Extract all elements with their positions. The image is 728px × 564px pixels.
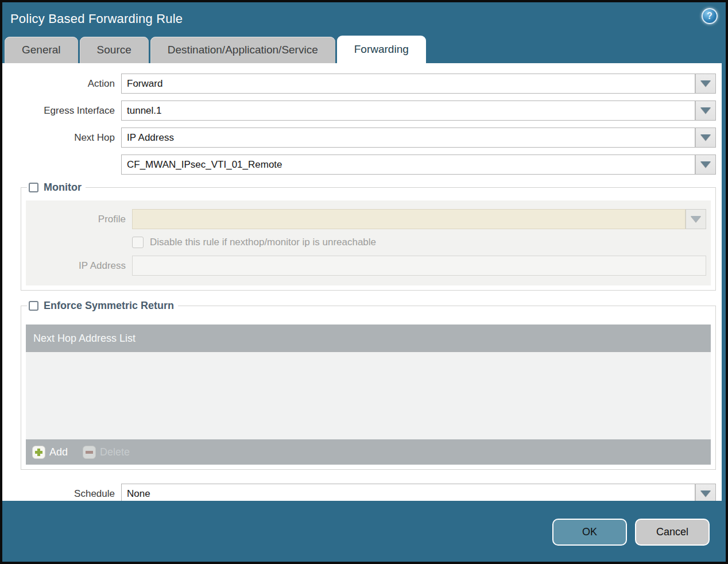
tab-forwarding[interactable]: Forwarding [337, 36, 426, 63]
symmetric-return-legend-label: Enforce Symmetric Return [44, 300, 174, 312]
table-body [26, 352, 711, 439]
delete-button-label: Delete [100, 446, 130, 458]
monitor-legend: Monitor [27, 181, 86, 194]
egress-interface-label: Egress Interface [21, 105, 121, 117]
schedule-value[interactable]: None [121, 484, 695, 501]
chevron-down-icon [691, 216, 701, 222]
chevron-down-icon [700, 134, 711, 141]
action-row: Action Forward [21, 74, 716, 94]
disable-rule-label: Disable this rule if nexthop/monitor ip … [150, 237, 376, 248]
schedule-dropdown-button[interactable] [695, 484, 716, 501]
next-hop-row: Next Hop IP Address [21, 128, 716, 148]
delete-button: Delete [83, 446, 130, 459]
cancel-button[interactable]: Cancel [635, 519, 710, 546]
schedule-row: Schedule None [21, 484, 716, 501]
action-combo: Forward [121, 74, 716, 94]
plus-icon [32, 446, 45, 459]
help-icon[interactable]: ? [702, 8, 718, 24]
next-hop-combo: IP Address [121, 128, 716, 148]
egress-interface-combo: tunnel.1 [121, 101, 716, 121]
chevron-down-icon [700, 80, 711, 87]
tab-label: Source [97, 44, 131, 56]
table-header: Next Hop Address List [26, 325, 711, 352]
egress-interface-dropdown-button[interactable] [695, 101, 716, 121]
dialog-title: Policy Based Forwarding Rule [10, 11, 183, 26]
tab-destination-application-service[interactable]: Destination/Application/Service [150, 37, 335, 63]
profile-row: Profile [26, 209, 706, 229]
action-dropdown-button[interactable] [695, 74, 716, 94]
chevron-down-icon [700, 161, 711, 168]
disable-rule-row: Disable this rule if nexthop/monitor ip … [26, 237, 706, 248]
symmetric-return-checkbox[interactable] [29, 301, 38, 311]
monitor-ip-address-input [132, 256, 706, 276]
monitor-ip-address-label: IP Address [26, 260, 132, 272]
tab-label: Destination/Application/Service [168, 44, 318, 56]
monitor-legend-label: Monitor [44, 181, 82, 194]
action-value[interactable]: Forward [121, 74, 695, 94]
content-panel: Action Forward Egress Interface tunnel.1… [2, 63, 722, 501]
monitor-ip-address-row: IP Address [26, 256, 706, 276]
monitor-box: Profile Disable this rule if nexthop/mon… [26, 200, 711, 285]
footer-bar: OK Cancel [2, 501, 726, 562]
profile-value [132, 209, 686, 229]
profile-label: Profile [26, 214, 132, 225]
next-hop-address-dropdown-button[interactable] [695, 154, 716, 175]
next-hop-label: Next Hop [21, 132, 121, 144]
disable-rule-checkbox [132, 237, 144, 248]
table-header-label: Next Hop Address List [33, 333, 135, 345]
schedule-combo: None [121, 484, 716, 501]
add-button-label: Add [49, 446, 68, 458]
egress-interface-row: Egress Interface tunnel.1 [21, 101, 716, 121]
tab-source[interactable]: Source [80, 37, 149, 63]
schedule-label: Schedule [21, 488, 121, 500]
tab-general[interactable]: General [5, 37, 78, 63]
table-toolbar: Add Delete [26, 439, 711, 465]
next-hop-address-value[interactable]: CF_MWAN_IPsec_VTI_01_Remote [121, 154, 695, 175]
next-hop-address-row: CF_MWAN_IPsec_VTI_01_Remote [21, 154, 716, 175]
next-hop-address-combo: CF_MWAN_IPsec_VTI_01_Remote [121, 154, 716, 175]
next-hop-dropdown-button[interactable] [695, 128, 716, 148]
next-hop-value[interactable]: IP Address [121, 128, 695, 148]
tab-label: General [22, 44, 61, 56]
profile-dropdown-button [686, 209, 706, 229]
symmetric-return-fieldset: Enforce Symmetric Return Next Hop Addres… [21, 300, 716, 470]
titlebar: Policy Based Forwarding Rule ? [2, 2, 726, 36]
next-hop-address-list-table: Next Hop Address List Add Delete [26, 325, 711, 465]
add-button[interactable]: Add [32, 446, 68, 459]
tab-bar: General Source Destination/Application/S… [2, 36, 726, 63]
dialog-window: Policy Based Forwarding Rule ? General S… [0, 0, 728, 564]
monitor-checkbox[interactable] [29, 183, 38, 192]
chevron-down-icon [700, 490, 711, 497]
egress-interface-value[interactable]: tunnel.1 [121, 101, 695, 121]
minus-icon [83, 446, 96, 459]
monitor-fieldset: Monitor Profile Disable this rule if nex… [21, 181, 716, 291]
action-label: Action [21, 78, 121, 90]
profile-combo [132, 209, 706, 229]
symmetric-return-legend: Enforce Symmetric Return [27, 300, 178, 312]
ok-button[interactable]: OK [552, 519, 627, 546]
chevron-down-icon [700, 107, 711, 114]
tab-label: Forwarding [354, 43, 409, 56]
